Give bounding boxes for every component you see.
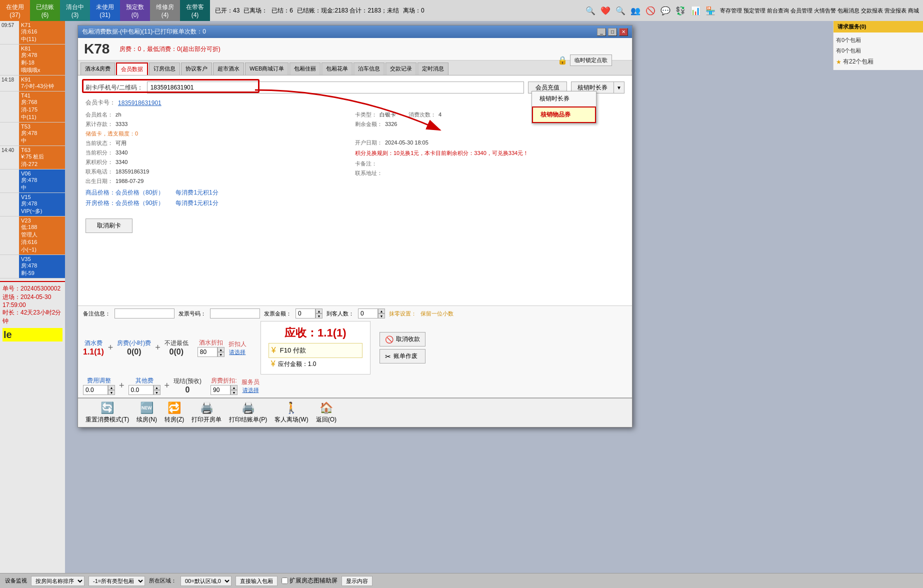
water-disc-down[interactable]: ▼ (218, 352, 224, 357)
return-btn[interactable]: 🏠 返回(O) (316, 402, 336, 424)
person-icon-btn[interactable]: 🔍 (614, 5, 628, 16)
tab-web-shop[interactable]: WEB商城订单 (245, 62, 288, 75)
room-item-v06[interactable]: V06房:478中 (0, 170, 65, 193)
cancel-card-btn[interactable]: 取消刷卡 (86, 218, 132, 233)
dropdown-item-time-voucher[interactable]: 核销时长券 (532, 92, 596, 106)
print-open-btn[interactable]: 🖨️ 打印开房单 (192, 402, 222, 424)
water-discount-input[interactable] (198, 347, 218, 357)
transfer-room-btn[interactable]: 🔁 转房(Z) (164, 402, 184, 424)
tab-flowers[interactable]: 包厢花单 (322, 62, 352, 75)
status-info: 已开：43 已离场： 已结：6 已结账：现金:2183 合计：2183；未结 离… (210, 0, 581, 21)
room-item-t53[interactable]: T53房:478中 (0, 122, 65, 146)
room-item-t41[interactable]: T41房:768消-175中(11) (0, 92, 65, 122)
room-item-v15[interactable]: V15房:478VIP(~多) (0, 193, 65, 216)
payable-row: ¥ 应付金额：1.0 (268, 358, 362, 370)
exchange-icon-btn[interactable]: 💱 (674, 5, 688, 16)
guests-down-btn[interactable]: ▼ (378, 314, 385, 318)
heart-icon-btn[interactable]: ❤️ (598, 5, 612, 16)
card-no-value[interactable]: 1835918631901 (118, 100, 162, 106)
dropdown-item-goods-voucher[interactable]: 核销物品券 (532, 106, 596, 123)
remarks-label: 备注信息： (83, 310, 110, 318)
room-item-k81[interactable]: K81房:478剩-18哦哦哦x (0, 44, 65, 76)
reset-mode-btn[interactable]: 🔄 重置消费模式(T) (86, 402, 129, 424)
modal-maximize-btn[interactable]: □ (608, 28, 617, 36)
water-disc-up[interactable]: ▲ (218, 347, 224, 352)
tab-supermarket[interactable]: 超市酒水 (213, 62, 244, 75)
search-icon-btn[interactable]: 🔍 (584, 5, 598, 16)
status-unused[interactable]: 未使用 (31) (90, 0, 120, 21)
tab-booking[interactable]: 订房信息 (149, 62, 180, 75)
tab-member[interactable]: 会员数据 (116, 62, 148, 75)
tab-parking[interactable]: 泊车信息 (354, 62, 384, 75)
modal-minimize-btn[interactable]: _ (597, 28, 606, 36)
status-maintenance[interactable]: 维修房 (4) (150, 0, 180, 21)
service-item-0: 有0个包厢 (836, 35, 920, 46)
invoice-input[interactable] (210, 308, 260, 318)
discount-person-value[interactable]: 请选择 (229, 348, 246, 356)
tab-beauty[interactable]: 包厢佳丽 (290, 62, 320, 75)
invoice-amt-input[interactable] (296, 308, 316, 318)
room-item-v23[interactable]: V23低:188管理人消:616小(~1) (0, 216, 65, 255)
extend-room-btn[interactable]: 🆕 续房(N) (136, 402, 157, 424)
return-icon: 🏠 (320, 402, 333, 414)
payment-box[interactable]: ¥ F10 付款 (268, 343, 362, 358)
remarks-input[interactable] (114, 308, 174, 318)
other-input[interactable] (128, 385, 154, 395)
lock-btn[interactable]: 临时锁定点歌 (570, 54, 612, 66)
status-clearing[interactable]: 清台中 (3) (60, 0, 90, 21)
room-disc-up[interactable]: ▲ (230, 385, 238, 390)
room-item-t63[interactable]: 14:40 T63¥:75 桩后消-272 (0, 146, 65, 170)
area-filter-select[interactable]: 00=默认区域,0 (180, 576, 232, 586)
status-reserved[interactable]: 预定数 (0) (120, 0, 150, 21)
cancel-payment-btn[interactable]: 🚫 取消收款 (380, 332, 426, 346)
min-fee-value: 0(0) (170, 348, 184, 356)
void-bill-btn[interactable]: ✂ 账单作废 (380, 349, 426, 364)
room-disc-input[interactable] (210, 385, 230, 395)
room-item-v35[interactable]: V35房:478剩-59 (0, 255, 65, 278)
expand-check-label[interactable]: 扩展房态图辅助屏 (282, 576, 338, 585)
current-points-label: 当前积分： (86, 149, 113, 156)
tab-payment-record[interactable]: 交款记录 (386, 62, 416, 75)
expand-checkbox[interactable] (282, 578, 288, 584)
service-value[interactable]: 请选择 (242, 386, 259, 394)
adjust-input[interactable] (83, 385, 108, 395)
status-in-use[interactable]: 在使用 (37) (0, 0, 30, 21)
report-icon-btn[interactable]: 📊 (688, 5, 702, 16)
open-date-value: 2024-05-30 18:05 (385, 140, 428, 146)
phone-value: 18359186319 (116, 168, 149, 174)
swipe-input[interactable] (147, 82, 524, 94)
invoice-down-btn[interactable]: ▼ (316, 314, 322, 318)
direct-input-btn[interactable]: 直接输入包厢 (236, 576, 278, 586)
type-filter-select[interactable]: -1=所有类型包厢 (88, 576, 145, 586)
room-item-k71[interactable]: 09:57 K71消:616中(11) (0, 21, 65, 44)
status-with-guest[interactable]: 在带客 (4) (180, 0, 210, 21)
other-up[interactable]: ▲ (154, 385, 160, 390)
shop-icon-btn[interactable]: 🏪 (704, 5, 718, 16)
service-panel-title[interactable]: 请求服务(0) (834, 21, 923, 32)
adjust-up[interactable]: ▲ (108, 385, 115, 390)
adjust-down[interactable]: ▼ (108, 390, 115, 395)
guest-leave-btn[interactable]: 🚶 客人离场(W) (274, 402, 308, 424)
guests-input[interactable] (358, 308, 378, 318)
people-icon-btn[interactable]: 👥 (628, 5, 642, 16)
modal-close-btn[interactable]: ✕ (619, 28, 628, 36)
birthday-row: 出生日期： 1988-07-29 (86, 176, 355, 186)
tab-agreement[interactable]: 协议客户 (181, 62, 212, 75)
tab-drinks[interactable]: 酒水&房费 (80, 62, 115, 75)
other-down[interactable]: ▼ (154, 390, 160, 395)
show-content-btn[interactable]: 显示内容 (342, 576, 372, 586)
plus2: + (155, 342, 160, 353)
modal-window: 包厢消费数据-(中包厢)(11)-已打印账单次数：0 _ □ ✕ K78 房费：… (78, 25, 632, 428)
sort-select[interactable]: 按房间名称排序 (31, 576, 84, 586)
verify-dropdown-btn[interactable]: ▼ (614, 82, 624, 94)
guests-up-btn[interactable]: ▲ (378, 308, 385, 314)
room-item-k91[interactable]: 14:18 K917小时-43分钟 (0, 76, 65, 92)
room-disc-down[interactable]: ▼ (230, 390, 238, 395)
print-bill-btn[interactable]: 🖨️ 打印结账单(P) (229, 402, 267, 424)
tab-timer[interactable]: 定时消息 (418, 62, 448, 75)
message-icon-btn[interactable]: 💬 (658, 5, 672, 16)
cash-label: 现结(预收) (174, 377, 202, 386)
status-checked-out[interactable]: 已结账 (6) (30, 0, 60, 21)
invoice-up-btn[interactable]: ▲ (316, 308, 322, 314)
fire-icon-btn[interactable]: 🚫 (644, 5, 658, 16)
